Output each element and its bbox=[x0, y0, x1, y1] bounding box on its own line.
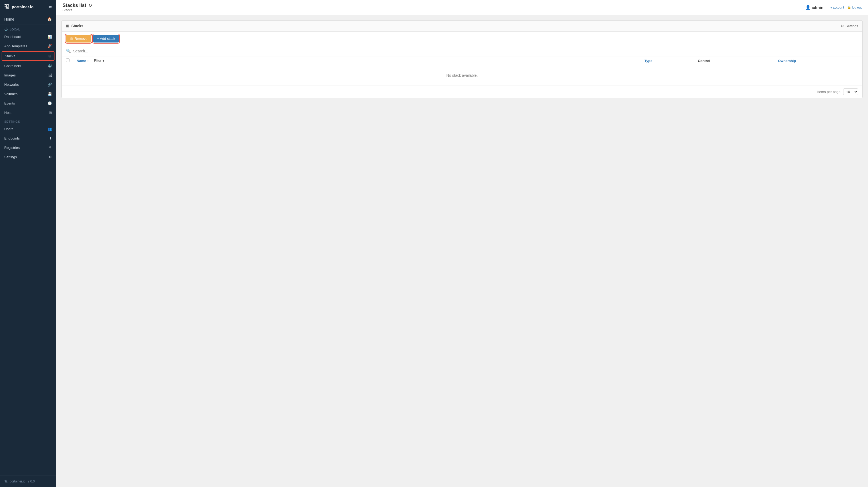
topbar-links: my account 🔓 log out bbox=[826, 6, 862, 9]
empty-message: No stack available. bbox=[62, 65, 862, 86]
breadcrumb: Stacks bbox=[62, 8, 92, 12]
footer-logo-text: portainer.io bbox=[10, 480, 25, 483]
containers-icon: 🐳 bbox=[48, 64, 52, 68]
topbar-title-group: Stacks list ↻ Stacks bbox=[62, 3, 92, 12]
home-icon: 🏠 bbox=[47, 17, 52, 21]
filter-area: Filter ▼ bbox=[94, 59, 105, 62]
anchor-icon: ⚓ bbox=[4, 28, 8, 31]
registries-icon: 🗄 bbox=[48, 146, 52, 150]
dashboard-label: Dashboard bbox=[4, 35, 21, 39]
settings-nav-icon: ⚙ bbox=[49, 155, 52, 159]
sidebar-item-containers[interactable]: Containers 🐳 bbox=[0, 61, 56, 70]
gear-icon: ⚙ bbox=[840, 24, 844, 28]
stacks-card: ⊞ Stacks ⚙ Settings 🗑 Remove + Add stack bbox=[61, 20, 863, 98]
portainer-logo-icon: 🏗 bbox=[4, 4, 10, 10]
networks-label: Networks bbox=[4, 83, 19, 87]
card-settings-button[interactable]: ⚙ Settings bbox=[840, 24, 858, 28]
topbar: Stacks list ↻ Stacks 👤 admin my account … bbox=[56, 0, 868, 15]
endpoints-icon: ⬇ bbox=[49, 136, 52, 140]
page-title: Stacks list ↻ bbox=[62, 3, 92, 8]
settings-label-text: Settings bbox=[845, 24, 858, 28]
dashboard-icon: 📊 bbox=[48, 35, 52, 39]
search-input[interactable] bbox=[73, 49, 858, 53]
sidebar-item-stacks[interactable]: Stacks ⊞ bbox=[2, 51, 55, 61]
remove-button[interactable]: 🗑 Remove bbox=[66, 35, 91, 42]
sidebar-item-app-templates[interactable]: App Templates 🚀 bbox=[0, 41, 56, 51]
volumes-icon: 💾 bbox=[48, 92, 52, 96]
col-type[interactable]: Type bbox=[645, 59, 698, 63]
networks-icon: 🔗 bbox=[48, 83, 52, 87]
filter-icon: ▼ bbox=[102, 59, 105, 62]
sidebar-item-networks[interactable]: Networks 🔗 bbox=[0, 80, 56, 89]
refresh-icon[interactable]: ↻ bbox=[88, 3, 92, 8]
topbar-admin: 👤 admin bbox=[806, 5, 824, 10]
users-label: Users bbox=[4, 127, 13, 131]
sort-icon: ↕ bbox=[87, 59, 89, 62]
stacks-label: Stacks bbox=[5, 54, 15, 58]
sidebar-item-events[interactable]: Events 🕐 bbox=[0, 98, 56, 108]
col-name[interactable]: Name ↕ Filter ▼ bbox=[76, 59, 645, 63]
checkbox-all[interactable] bbox=[66, 59, 69, 62]
select-all-checkbox[interactable] bbox=[66, 59, 76, 63]
log-out-link[interactable]: 🔓 log out bbox=[847, 6, 862, 9]
main-area: Stacks list ↻ Stacks 👤 admin my account … bbox=[56, 0, 868, 487]
volumes-label: Volumes bbox=[4, 92, 18, 96]
sidebar-item-home[interactable]: Home 🏠 bbox=[0, 14, 56, 25]
events-label: Events bbox=[4, 101, 15, 105]
card-header-left: ⊞ Stacks bbox=[66, 24, 83, 28]
sidebar: 🏗 portainer.io ⇄ Home 🏠 ⚓ LOCAL Dashboar… bbox=[0, 0, 56, 487]
remove-label: Remove bbox=[74, 37, 87, 40]
sidebar-settings-label: SETTINGS bbox=[0, 117, 56, 124]
items-per-page-select[interactable]: 10 25 50 100 bbox=[843, 88, 858, 95]
logout-icon: 🔓 bbox=[847, 6, 851, 9]
users-icon: 👥 bbox=[48, 127, 52, 131]
app-templates-icon: 🚀 bbox=[48, 44, 52, 48]
sidebar-section-local: ⚓ LOCAL bbox=[0, 25, 56, 32]
topbar-user-area: 👤 admin my account 🔓 log out bbox=[806, 5, 862, 10]
user-icon: 👤 bbox=[806, 5, 811, 10]
page-title-text: Stacks list bbox=[62, 3, 86, 8]
containers-label: Containers bbox=[4, 64, 21, 68]
host-icon: ⊞ bbox=[49, 111, 52, 115]
table-header: Name ↕ Filter ▼ Type Control Ownership bbox=[62, 56, 862, 65]
search-icon: 🔍 bbox=[66, 49, 71, 54]
sidebar-item-dashboard[interactable]: Dashboard 📊 bbox=[0, 32, 56, 41]
toolbar: 🗑 Remove + Add stack bbox=[62, 32, 862, 46]
sidebar-item-settings[interactable]: Settings ⚙ bbox=[0, 152, 56, 162]
footer-version: 2.0.0 bbox=[28, 480, 35, 483]
app-templates-label: App Templates bbox=[4, 44, 27, 48]
images-icon: 🖼 bbox=[48, 73, 52, 77]
add-stack-button[interactable]: + Add stack bbox=[93, 35, 119, 42]
sidebar-item-images[interactable]: Images 🖼 bbox=[0, 70, 56, 80]
sidebar-transfer-icon[interactable]: ⇄ bbox=[49, 5, 52, 9]
table-footer: Items per page 10 25 50 100 bbox=[62, 86, 862, 98]
stacks-header-icon: ⊞ bbox=[66, 24, 69, 28]
sidebar-logo-text: portainer.io bbox=[12, 4, 34, 9]
sidebar-item-host[interactable]: Host ⊞ bbox=[0, 108, 56, 117]
my-account-link[interactable]: my account bbox=[828, 6, 844, 9]
registries-label: Registries bbox=[4, 146, 20, 150]
sidebar-item-volumes[interactable]: Volumes 💾 bbox=[0, 89, 56, 98]
stacks-icon: ⊞ bbox=[48, 54, 51, 58]
content-area: ⊞ Stacks ⚙ Settings 🗑 Remove + Add stack bbox=[56, 15, 868, 487]
sidebar-item-users[interactable]: Users 👥 bbox=[0, 124, 56, 134]
search-bar: 🔍 bbox=[62, 46, 862, 56]
events-icon: 🕐 bbox=[48, 101, 52, 105]
sidebar-item-registries[interactable]: Registries 🗄 bbox=[0, 143, 56, 152]
remove-icon: 🗑 bbox=[70, 37, 73, 40]
sidebar-logo-area: 🏗 portainer.io ⇄ bbox=[0, 0, 56, 14]
sidebar-footer: 🏗 portainer.io 2.0.0 bbox=[0, 476, 56, 487]
username: admin bbox=[812, 5, 824, 10]
home-label: Home bbox=[4, 17, 14, 21]
sidebar-item-endpoints[interactable]: Endpoints ⬇ bbox=[0, 134, 56, 143]
items-per-page-label: Items per page bbox=[817, 90, 840, 94]
stacks-header-label: Stacks bbox=[71, 24, 83, 28]
settings-label: Settings bbox=[4, 155, 17, 159]
add-label: + Add stack bbox=[97, 37, 115, 40]
col-ownership[interactable]: Ownership bbox=[778, 59, 858, 63]
endpoints-label: Endpoints bbox=[4, 136, 20, 140]
images-label: Images bbox=[4, 73, 16, 77]
card-header: ⊞ Stacks ⚙ Settings bbox=[62, 21, 862, 32]
col-control: Control bbox=[698, 59, 778, 63]
footer-logo-icon: 🏗 bbox=[4, 480, 7, 483]
